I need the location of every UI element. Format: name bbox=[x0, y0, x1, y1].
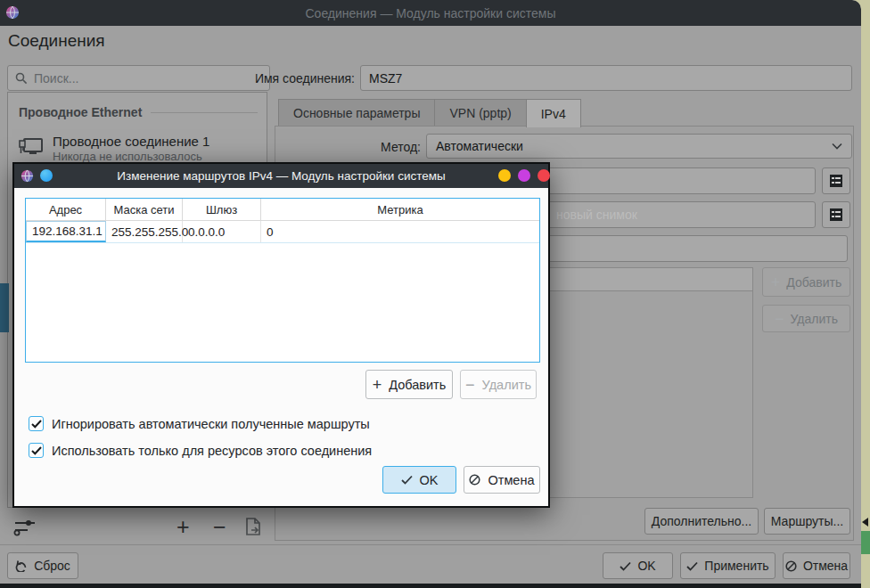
background-remove-button[interactable]: − Удалить bbox=[762, 305, 850, 332]
method-combobox[interactable]: Автоматически bbox=[426, 134, 852, 159]
header-gateway[interactable]: Шлюз bbox=[183, 199, 261, 220]
cell-netmask[interactable]: 255.255.255.0 bbox=[106, 221, 183, 242]
cell-gateway[interactable]: 0.0.0.0 bbox=[183, 221, 261, 242]
ignore-auto-routes-checkbox[interactable]: Игнорировать автоматически полученные ма… bbox=[29, 416, 370, 431]
section-rule bbox=[151, 112, 258, 113]
background-add-button[interactable]: + Добавить bbox=[762, 267, 850, 297]
ipv4-routes-dialog: Изменение маршрутов IPv4 — Модуль настро… bbox=[12, 162, 550, 508]
wired-connection-icon bbox=[17, 135, 44, 160]
cancel-icon bbox=[469, 474, 480, 486]
desktop-cursor-artifact bbox=[862, 518, 868, 527]
page-title: Соединения bbox=[8, 31, 105, 51]
routes-button[interactable]: Маршруты... bbox=[764, 508, 850, 535]
chevron-down-icon bbox=[832, 143, 842, 150]
main-window-title: Соединения — Модуль настройки системы bbox=[305, 6, 555, 20]
desktop: Соединения — Модуль настройки системы Со… bbox=[0, 0, 870, 588]
export-connection-icon[interactable] bbox=[243, 517, 263, 536]
method-label: Метод: bbox=[314, 140, 421, 154]
window-ok-button[interactable]: OK bbox=[603, 552, 673, 579]
cell-metric[interactable]: 0 bbox=[261, 221, 539, 242]
app-globe-icon bbox=[5, 5, 20, 20]
list-edit-icon bbox=[829, 174, 843, 188]
footer-separator bbox=[0, 544, 861, 545]
method-value: Автоматически bbox=[436, 139, 523, 153]
dialog-add-route-button[interactable]: + Добавить bbox=[365, 370, 453, 399]
main-titlebar[interactable]: Соединения — Модуль настройки системы bbox=[0, 0, 861, 26]
header-netmask[interactable]: Маска сети bbox=[106, 199, 183, 220]
connection-name-input[interactable]: MSZ7 bbox=[360, 65, 852, 91]
dialog-title: Изменение маршрутов IPv4 — Модуль настро… bbox=[117, 169, 445, 183]
connection-subtitle: Никогда не использовалось bbox=[53, 150, 209, 163]
minus-icon: − bbox=[465, 377, 475, 393]
advanced-button[interactable]: Дополнительно... bbox=[644, 508, 759, 535]
remove-connection-icon[interactable]: − bbox=[213, 514, 226, 540]
dns-list-edit-button[interactable] bbox=[822, 167, 850, 194]
app-globe-icon bbox=[21, 169, 34, 183]
pin-window-button[interactable] bbox=[40, 169, 53, 182]
route-row: 192.168.31.1 255.255.255.0 0.0.0.0 0 bbox=[26, 221, 539, 243]
check-icon bbox=[686, 561, 698, 571]
domains-list-edit-button[interactable] bbox=[822, 201, 850, 228]
connection-name-label: Имя соединения: bbox=[223, 71, 355, 86]
dialog-ok-button[interactable]: OK bbox=[382, 466, 456, 494]
window-bottom-edge bbox=[0, 584, 861, 588]
routes-table: Адрес Маска сети Шлюз Метрика 192.168.31… bbox=[25, 198, 540, 363]
add-connection-icon[interactable]: + bbox=[176, 514, 190, 540]
tab-vpn-pptp[interactable]: VPN (pptp) bbox=[434, 99, 526, 127]
desktop-widget-artifact bbox=[861, 531, 870, 554]
search-placeholder: Поиск... bbox=[34, 71, 78, 86]
tab-general[interactable]: Основные параметры bbox=[278, 99, 435, 127]
header-metric[interactable]: Метрика bbox=[261, 199, 539, 220]
reset-button[interactable]: Сброс bbox=[7, 552, 78, 579]
checkbox-checked-icon bbox=[29, 443, 44, 458]
connection-title: Проводное соединение 1 bbox=[53, 134, 209, 149]
undo-icon bbox=[15, 559, 28, 572]
window-apply-button[interactable]: Применить bbox=[680, 552, 776, 579]
search-icon bbox=[15, 72, 28, 85]
cancel-icon bbox=[785, 560, 797, 572]
checkbox-checked-icon bbox=[29, 416, 44, 431]
screenshot-ghost-text: новый снимок bbox=[556, 208, 637, 222]
use-only-for-resources-checkbox[interactable]: Использовать только для ресурсов этого с… bbox=[29, 443, 372, 458]
header-address[interactable]: Адрес bbox=[26, 199, 106, 220]
plus-icon: + bbox=[373, 377, 382, 393]
selected-item-highlight bbox=[0, 283, 9, 332]
routes-table-header: Адрес Маска сети Шлюз Метрика bbox=[26, 199, 539, 221]
minus-icon: − bbox=[775, 311, 784, 327]
cell-address[interactable]: 192.168.31.1 bbox=[26, 221, 106, 242]
list-edit-icon bbox=[829, 208, 843, 222]
plus-icon: + bbox=[771, 274, 781, 290]
window-cancel-button[interactable]: Отмена bbox=[783, 552, 850, 579]
dialog-titlebar[interactable]: Изменение маршрутов IPv4 — Модуль настро… bbox=[14, 164, 548, 188]
dialog-cancel-button[interactable]: Отмена bbox=[464, 466, 540, 494]
dialog-remove-route-button[interactable]: − Удалить bbox=[460, 370, 537, 399]
check-icon bbox=[620, 561, 631, 571]
section-label: Проводное Ethernet bbox=[19, 105, 142, 119]
close-button[interactable] bbox=[538, 169, 550, 182]
minimize-button[interactable] bbox=[498, 169, 511, 182]
tab-ipv4[interactable]: IPv4 bbox=[526, 99, 581, 127]
connection-section: Проводное Ethernet bbox=[19, 105, 258, 119]
settings-tabs: Основные параметры VPN (pptp) IPv4 bbox=[278, 99, 580, 127]
maximize-button[interactable] bbox=[518, 169, 530, 182]
check-icon bbox=[401, 475, 413, 485]
configure-sliders-icon[interactable] bbox=[13, 516, 37, 537]
